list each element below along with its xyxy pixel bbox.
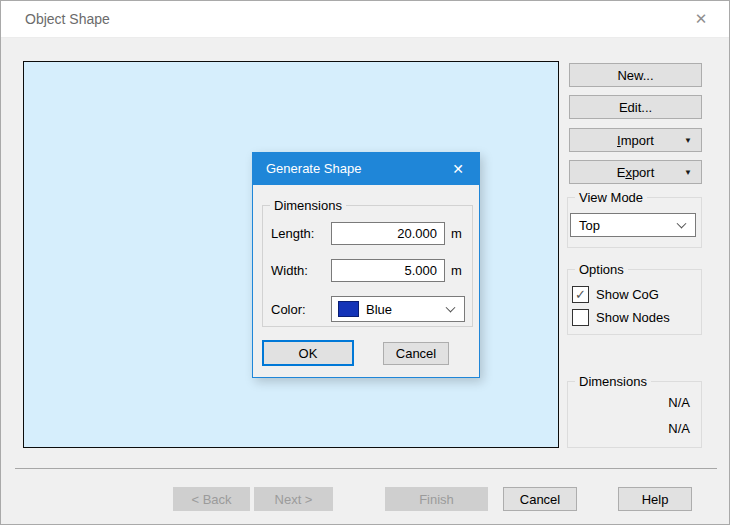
- show-nodes-checkbox[interactable]: [572, 309, 589, 326]
- export-button[interactable]: Export ▼: [569, 160, 702, 184]
- finish-button-label: Finish: [419, 492, 454, 507]
- next-button-label: Next >: [275, 492, 313, 507]
- dimension-value-width: N/A: [668, 421, 690, 436]
- view-mode-selected-value: Top: [579, 218, 600, 233]
- dialog-title: Generate Shape: [266, 153, 361, 185]
- window-title: Object Shape: [25, 1, 110, 37]
- length-label: Length:: [271, 226, 314, 241]
- export-dropdown-arrow-icon[interactable]: ▼: [684, 168, 692, 177]
- back-button-label: < Back: [191, 492, 231, 507]
- width-unit-label: m: [451, 263, 462, 278]
- titlebar: Object Shape ✕: [1, 1, 729, 38]
- object-shape-window: Object Shape ✕ New... Edit... Import ▼ E…: [0, 0, 730, 525]
- footer-divider: [15, 468, 717, 469]
- view-mode-group-label: View Mode: [575, 190, 647, 205]
- view-mode-chevron-down-icon: [677, 219, 687, 229]
- width-input[interactable]: [331, 259, 445, 282]
- color-chevron-down-icon: [446, 303, 456, 313]
- dialog-close-icon[interactable]: ✕: [445, 153, 471, 185]
- dialog-titlebar[interactable]: Generate Shape ✕: [253, 153, 479, 185]
- length-unit-label: m: [451, 226, 462, 241]
- window-close-icon[interactable]: ✕: [687, 1, 715, 37]
- cancel-button-label: Cancel: [520, 492, 560, 507]
- edit-button-label: Edit...: [619, 100, 652, 115]
- back-button: < Back: [173, 487, 250, 511]
- color-select[interactable]: Blue: [331, 296, 465, 322]
- dimensions-group-label: Dimensions: [575, 374, 651, 389]
- view-mode-select[interactable]: Top: [570, 213, 696, 237]
- length-input[interactable]: [331, 222, 445, 245]
- new-button[interactable]: New...: [569, 63, 702, 87]
- generate-shape-dialog: Generate Shape ✕ Dimensions Length: m Wi…: [252, 152, 480, 378]
- check-icon: ✓: [575, 287, 586, 302]
- dialog-cancel-button[interactable]: Cancel: [383, 342, 449, 365]
- dialog-dimensions-group-label: Dimensions: [270, 198, 346, 213]
- cancel-button[interactable]: Cancel: [503, 487, 577, 511]
- show-cog-label: Show CoG: [596, 287, 659, 302]
- show-nodes-label: Show Nodes: [596, 310, 670, 325]
- import-dropdown-arrow-icon[interactable]: ▼: [684, 136, 692, 145]
- import-button[interactable]: Import ▼: [569, 128, 702, 152]
- finish-button: Finish: [385, 487, 488, 511]
- dimension-value-length: N/A: [668, 395, 690, 410]
- new-button-label: New...: [617, 68, 653, 83]
- help-button-label: Help: [642, 492, 669, 507]
- next-button: Next >: [254, 487, 333, 511]
- dimensions-group: Dimensions N/A N/A: [567, 381, 702, 448]
- ok-button-label: OK: [299, 346, 318, 361]
- show-cog-checkbox[interactable]: ✓: [572, 286, 589, 303]
- dialog-cancel-button-label: Cancel: [396, 346, 436, 361]
- edit-button[interactable]: Edit...: [569, 95, 702, 119]
- width-label: Width:: [271, 263, 308, 278]
- import-button-label: Import: [617, 133, 654, 148]
- color-label: Color:: [271, 302, 306, 317]
- help-button[interactable]: Help: [618, 487, 692, 511]
- export-button-label: Export: [617, 165, 655, 180]
- color-swatch: [338, 301, 359, 317]
- ok-button[interactable]: OK: [262, 340, 354, 366]
- color-selected-value: Blue: [366, 302, 392, 317]
- options-group-label: Options: [575, 262, 628, 277]
